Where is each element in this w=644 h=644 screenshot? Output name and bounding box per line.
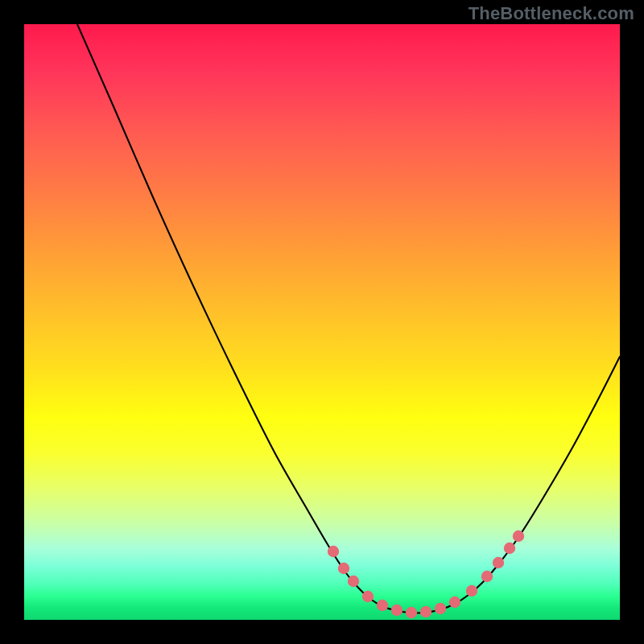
data-dot xyxy=(377,600,388,611)
data-dot xyxy=(362,591,374,602)
chart-container: TheBottleneck.com xyxy=(0,0,644,644)
data-dot xyxy=(391,605,402,616)
chart-svg xyxy=(24,24,620,620)
data-dot xyxy=(449,597,460,608)
data-dot xyxy=(420,606,431,617)
data-dot xyxy=(406,607,417,618)
data-dot xyxy=(481,571,493,582)
data-dot xyxy=(493,557,504,568)
plot-area xyxy=(24,24,620,620)
data-dot xyxy=(513,530,524,542)
data-dot xyxy=(328,546,339,557)
data-dot xyxy=(348,576,359,587)
watermark-text: TheBottleneck.com xyxy=(469,3,634,24)
data-dot xyxy=(338,563,349,574)
data-dot xyxy=(504,543,515,554)
data-dots-group xyxy=(328,530,524,618)
data-dot xyxy=(435,603,446,614)
bottleneck-curve xyxy=(77,24,620,613)
data-dot xyxy=(466,585,477,597)
